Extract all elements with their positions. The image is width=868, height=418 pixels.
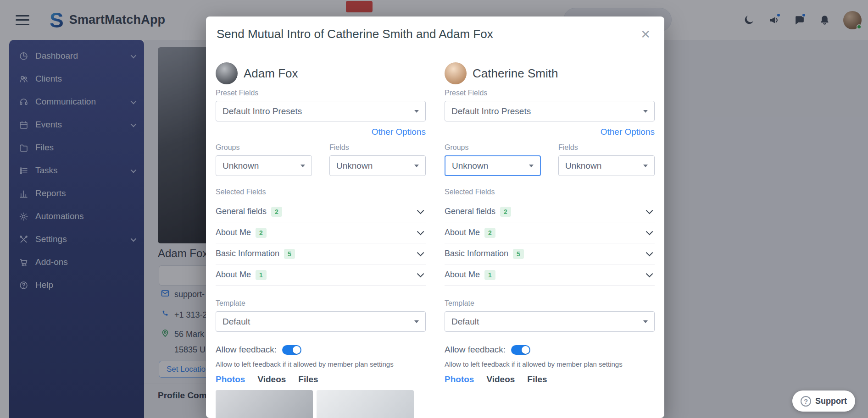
other-options-link[interactable]: Other Options bbox=[372, 127, 426, 137]
intro-column-adam: Adam Fox Preset Fields Default Intro Pre… bbox=[216, 61, 426, 418]
preset-select[interactable]: Default Intro Presets bbox=[216, 101, 426, 121]
groups-select[interactable]: Unknown bbox=[216, 155, 312, 176]
caret-down-icon bbox=[414, 110, 419, 113]
photo-thumbnail[interactable] bbox=[317, 390, 414, 418]
preset-select[interactable]: Default Intro Presets bbox=[445, 101, 655, 121]
caret-down-icon bbox=[643, 165, 648, 167]
field-group-row[interactable]: About Me 2 bbox=[445, 222, 655, 243]
selected-fields-list: General fields 2 About Me 2 Basic Inform… bbox=[445, 201, 655, 286]
preset-fields-label: Preset Fields bbox=[445, 89, 655, 97]
template-label: Template bbox=[445, 299, 655, 308]
groups-col: Groups Unknown bbox=[445, 137, 541, 176]
intro-column-catherine: Catherine Smith Preset Fields Default In… bbox=[445, 61, 655, 418]
count-badge: 2 bbox=[256, 228, 267, 238]
fields-label: Fields bbox=[329, 143, 426, 152]
allow-feedback-toggle[interactable] bbox=[511, 345, 530, 355]
count-badge: 2 bbox=[484, 228, 495, 238]
fields-select[interactable]: Unknown bbox=[329, 155, 426, 176]
support-button[interactable]: ? Support bbox=[792, 390, 855, 412]
caret-down-icon bbox=[529, 165, 534, 167]
field-group-row[interactable]: General fields 2 bbox=[216, 201, 426, 222]
tab-videos[interactable]: Videos bbox=[486, 374, 515, 385]
template-select[interactable]: Default bbox=[445, 311, 655, 332]
tab-videos[interactable]: Videos bbox=[257, 374, 286, 385]
template-label: Template bbox=[216, 299, 426, 308]
caret-down-icon bbox=[300, 165, 305, 167]
person-header: Adam Fox bbox=[216, 61, 426, 85]
other-options-row: Other Options bbox=[216, 127, 426, 137]
preset-select-value: Default Intro Presets bbox=[451, 106, 531, 116]
modal-title: Send Mutual Intro of Catherine Smith and… bbox=[217, 27, 493, 41]
feedback-hint: Allow to left feedback if it allowed by … bbox=[216, 360, 426, 368]
tab-photos[interactable]: Photos bbox=[216, 374, 245, 385]
caret-down-icon bbox=[643, 320, 648, 323]
field-group-row[interactable]: About Me 1 bbox=[445, 264, 655, 286]
chevron-down-icon bbox=[646, 249, 653, 257]
selected-fields-label: Selected Fields bbox=[216, 188, 426, 196]
field-group-row[interactable]: About Me 2 bbox=[216, 222, 426, 243]
selected-fields-label: Selected Fields bbox=[445, 188, 655, 196]
count-badge: 1 bbox=[484, 270, 495, 280]
groups-select-value: Unknown bbox=[223, 161, 259, 171]
allow-feedback-toggle[interactable] bbox=[282, 345, 301, 355]
fields-select-value: Unknown bbox=[565, 161, 601, 171]
other-options-link[interactable]: Other Options bbox=[601, 127, 655, 137]
photo-thumbnails bbox=[216, 390, 426, 418]
fields-col: Fields Unknown bbox=[558, 137, 655, 176]
avatar bbox=[216, 62, 238, 84]
photo-thumbnail[interactable] bbox=[216, 390, 313, 418]
fields-col: Fields Unknown bbox=[329, 137, 426, 176]
field-group-label: About Me bbox=[445, 270, 480, 280]
selected-fields-list: General fields 2 About Me 2 Basic Inform… bbox=[216, 201, 426, 286]
tab-files[interactable]: Files bbox=[527, 374, 547, 385]
chevron-down-icon bbox=[417, 228, 424, 236]
allow-feedback-label: Allow feedback: bbox=[216, 345, 277, 355]
field-group-label: General fields bbox=[216, 207, 267, 216]
groups-label: Groups bbox=[445, 143, 541, 152]
preset-select-value: Default Intro Presets bbox=[223, 106, 302, 116]
tab-photos[interactable]: Photos bbox=[445, 374, 474, 385]
toggle-knob bbox=[293, 346, 300, 354]
chevron-down-icon bbox=[646, 228, 653, 236]
field-group-row[interactable]: Basic Information 5 bbox=[445, 243, 655, 264]
template-select[interactable]: Default bbox=[216, 311, 426, 332]
field-group-label: About Me bbox=[216, 270, 251, 280]
count-badge: 2 bbox=[500, 207, 511, 217]
field-group-row[interactable]: General fields 2 bbox=[445, 201, 655, 222]
count-badge: 2 bbox=[271, 207, 282, 217]
count-badge: 5 bbox=[513, 249, 524, 259]
person-name: Catherine Smith bbox=[473, 66, 558, 81]
chevron-down-icon bbox=[646, 270, 653, 278]
field-group-row[interactable]: About Me 1 bbox=[216, 264, 426, 286]
count-badge: 5 bbox=[284, 249, 295, 259]
support-label: Support bbox=[815, 396, 847, 406]
groups-label: Groups bbox=[216, 143, 312, 152]
allow-feedback-row: Allow feedback: bbox=[445, 345, 655, 355]
preset-fields-label: Preset Fields bbox=[216, 89, 426, 97]
groups-select[interactable]: Unknown bbox=[445, 155, 541, 176]
caret-down-icon bbox=[643, 110, 648, 113]
template-select-value: Default bbox=[451, 317, 479, 327]
allow-feedback-row: Allow feedback: bbox=[216, 345, 426, 355]
caret-down-icon bbox=[414, 320, 419, 323]
field-group-label: Basic Information bbox=[445, 249, 508, 258]
fields-label: Fields bbox=[558, 143, 655, 152]
field-group-label: About Me bbox=[216, 228, 251, 237]
person-header: Catherine Smith bbox=[445, 61, 655, 85]
fields-select-value: Unknown bbox=[336, 161, 373, 171]
template-select-value: Default bbox=[223, 317, 250, 327]
chevron-down-icon bbox=[417, 270, 424, 278]
field-group-label: General fields bbox=[445, 207, 495, 216]
groups-fields-row: Groups Unknown Fields Unknown bbox=[216, 137, 426, 176]
fields-select[interactable]: Unknown bbox=[558, 155, 655, 176]
field-group-label: Basic Information bbox=[216, 249, 279, 258]
mutual-intro-modal: Send Mutual Intro of Catherine Smith and… bbox=[206, 16, 664, 418]
toggle-knob bbox=[522, 346, 529, 354]
field-group-row[interactable]: Basic Information 5 bbox=[216, 243, 426, 264]
groups-select-value: Unknown bbox=[452, 161, 488, 171]
person-name: Adam Fox bbox=[244, 66, 298, 81]
tab-files[interactable]: Files bbox=[298, 374, 318, 385]
groups-col: Groups Unknown bbox=[216, 137, 312, 176]
modal-header: Send Mutual Intro of Catherine Smith and… bbox=[206, 16, 664, 52]
close-icon[interactable]: ✕ bbox=[639, 27, 652, 42]
